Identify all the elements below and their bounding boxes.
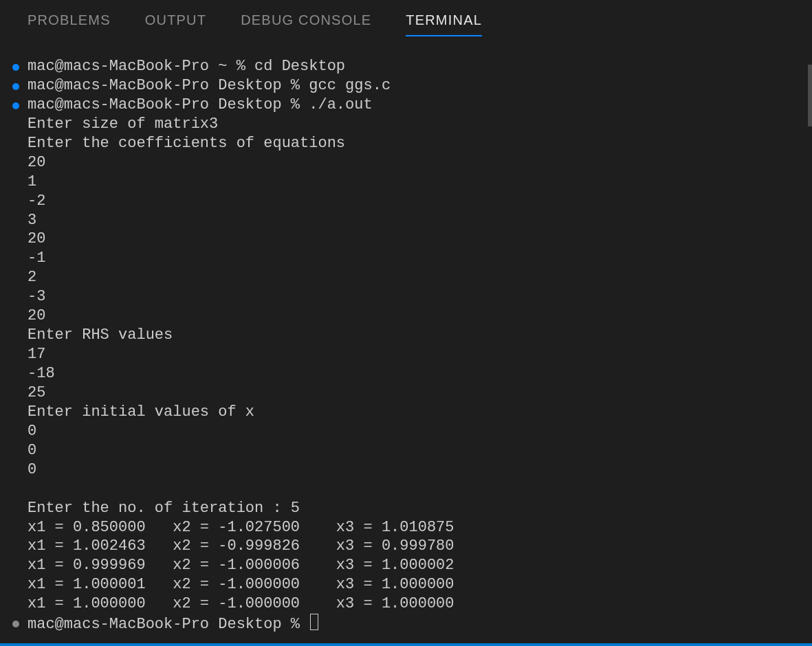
terminal-line: mac@macs-MacBook-Pro Desktop % ./a.out: [28, 96, 812, 115]
terminal-line: 20: [28, 230, 812, 249]
terminal-text: 2: [28, 269, 36, 286]
terminal-line: x1 = 0.999969 x2 = -1.000006 x3 = 1.0000…: [28, 556, 812, 575]
panel-tab-bar: PROBLEMS OUTPUT DEBUG CONSOLE TERMINAL: [0, 0, 812, 46]
terminal-text: Enter initial values of x: [28, 403, 254, 421]
prompt-status-bullet: [12, 64, 19, 71]
tab-debug-console[interactable]: DEBUG CONSOLE: [241, 12, 371, 36]
terminal-line: -2: [28, 192, 812, 211]
terminal-line: Enter initial values of x: [28, 403, 812, 422]
terminal-text: 17: [28, 346, 45, 363]
terminal-cursor: [310, 614, 318, 630]
terminal-line: x1 = 1.002463 x2 = -0.999826 x3 = 0.9997…: [28, 537, 812, 556]
tab-problems[interactable]: PROBLEMS: [28, 12, 111, 36]
terminal-text: -18: [28, 365, 55, 382]
terminal-line: -1: [28, 249, 812, 268]
terminal-line: Enter RHS values: [28, 326, 812, 345]
terminal-line: 17: [28, 345, 812, 364]
tab-output[interactable]: OUTPUT: [145, 12, 206, 36]
terminal-text: [28, 480, 36, 498]
status-bar: [0, 643, 812, 646]
terminal-line: Enter size of matrix3: [28, 115, 812, 134]
terminal-line: mac@macs-MacBook-Pro ~ % cd Desktop: [28, 57, 812, 76]
terminal-text: Enter size of matrix3: [28, 115, 218, 133]
terminal-text: 0: [28, 442, 36, 459]
prompt-status-bullet: [12, 83, 19, 90]
terminal-text: Enter the coefficients of equations: [28, 135, 345, 152]
terminal-line: 1: [28, 172, 812, 192]
terminal-line: Enter the coefficients of equations: [28, 134, 812, 153]
scrollbar-thumb[interactable]: [808, 65, 812, 126]
terminal-output[interactable]: mac@macs-MacBook-Pro ~ % cd Desktopmac@m…: [0, 46, 812, 634]
terminal-text: 0: [28, 423, 36, 440]
terminal-text: -1: [28, 249, 45, 267]
terminal-text: 25: [28, 384, 45, 401]
terminal-text: 20: [28, 154, 45, 171]
terminal-text: -3: [28, 288, 45, 305]
terminal-line: x1 = 0.850000 x2 = -1.027500 x3 = 1.0108…: [28, 518, 812, 537]
terminal-text: Enter RHS values: [28, 326, 173, 344]
terminal-line: 0: [28, 441, 812, 460]
terminal-line: 0: [28, 460, 812, 480]
terminal-line: -3: [28, 287, 812, 307]
terminal-text: 20: [28, 230, 45, 247]
terminal-prompt-text: mac@macs-MacBook-Pro Desktop %: [28, 616, 309, 633]
terminal-prompt-line[interactable]: mac@macs-MacBook-Pro Desktop %: [28, 614, 812, 634]
terminal-text: Enter the no. of iteration : 5: [28, 500, 300, 517]
terminal-text: 0: [28, 461, 36, 478]
terminal-line: [28, 480, 812, 499]
terminal-text: mac@macs-MacBook-Pro Desktop % ./a.out: [28, 96, 373, 113]
terminal-line: 20: [28, 307, 812, 326]
terminal-text: mac@macs-MacBook-Pro ~ % cd Desktop: [28, 58, 345, 75]
terminal-line: 3: [28, 211, 812, 230]
terminal-line: 20: [28, 153, 812, 172]
terminal-text: x1 = 0.999969 x2 = -1.000006 x3 = 1.0000…: [28, 557, 454, 574]
prompt-status-bullet: [12, 102, 19, 109]
terminal-line: Enter the no. of iteration : 5: [28, 499, 812, 518]
terminal-text: x1 = 1.000001 x2 = -1.000000 x3 = 1.0000…: [28, 576, 454, 593]
terminal-line: 25: [28, 383, 812, 403]
terminal-text: -2: [28, 192, 45, 210]
terminal-line: 2: [28, 268, 812, 287]
terminal-text: 3: [28, 212, 36, 229]
terminal-text: mac@macs-MacBook-Pro Desktop % gcc ggs.c: [28, 77, 391, 94]
terminal-text: 1: [28, 173, 36, 190]
terminal-line: mac@macs-MacBook-Pro Desktop % gcc ggs.c: [28, 76, 812, 96]
terminal-line: x1 = 1.000000 x2 = -1.000000 x3 = 1.0000…: [28, 594, 812, 614]
terminal-line: 0: [28, 422, 812, 441]
terminal-text: x1 = 1.002463 x2 = -0.999826 x3 = 0.9997…: [28, 537, 454, 555]
terminal-line: x1 = 1.000001 x2 = -1.000000 x3 = 1.0000…: [28, 575, 812, 594]
tab-terminal[interactable]: TERMINAL: [406, 12, 482, 36]
terminal-text: x1 = 0.850000 x2 = -1.027500 x3 = 1.0108…: [28, 519, 454, 536]
terminal-line: -18: [28, 364, 812, 383]
terminal-text: x1 = 1.000000 x2 = -1.000000 x3 = 1.0000…: [28, 595, 454, 612]
prompt-status-bullet: [12, 621, 19, 627]
terminal-text: 20: [28, 307, 45, 324]
